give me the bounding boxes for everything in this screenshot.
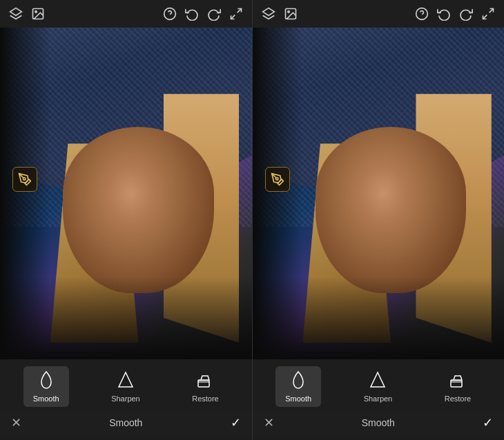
right-tool-buttons: Smooth Sharpen: [253, 366, 505, 407]
right-expand-icon[interactable]: [481, 6, 496, 21]
left-image-area: [0, 28, 252, 359]
right-help-icon[interactable]: [414, 6, 429, 21]
right-toolbar: [253, 0, 505, 28]
right-image-icon[interactable]: [283, 6, 298, 21]
right-bottom-tools: Smooth Sharpen: [253, 359, 505, 440]
right-action-bar: ✕ Smooth ✓: [253, 410, 505, 436]
right-portrait: [253, 28, 505, 359]
left-sharpen-button[interactable]: Sharpen: [101, 366, 150, 407]
smooth-icon: [38, 370, 55, 392]
svg-marker-10: [262, 8, 274, 16]
left-toolbar: [0, 0, 252, 28]
right-brush-indicator: [265, 167, 290, 192]
right-restore-button[interactable]: Restore: [435, 366, 481, 407]
left-portrait: [0, 28, 252, 359]
right-confirm-button[interactable]: ✓: [483, 415, 493, 430]
restore-icon: [195, 370, 215, 392]
right-smooth-label: Smooth: [285, 394, 311, 403]
left-smooth-button[interactable]: Smooth: [23, 366, 69, 407]
layers-icon[interactable]: [8, 6, 23, 21]
right-action-label: Smooth: [274, 417, 483, 428]
left-sharpen-label: Sharpen: [111, 394, 140, 403]
right-toolbar-left: [261, 6, 298, 21]
left-panel: Smooth Sharpen: [0, 0, 253, 440]
left-toolbar-left: [8, 6, 46, 21]
right-redo-icon[interactable]: [458, 6, 474, 21]
right-layers-icon[interactable]: [261, 6, 276, 21]
left-brush-indicator: [12, 167, 37, 192]
right-restore-label: Restore: [445, 394, 472, 403]
svg-point-17: [275, 178, 278, 180]
image-icon[interactable]: [30, 6, 46, 21]
right-sharpen-icon: [369, 370, 386, 392]
right-restore-icon: [448, 370, 467, 392]
left-tool-buttons: Smooth Sharpen: [0, 366, 252, 407]
left-cancel-button[interactable]: ✕: [11, 415, 21, 430]
svg-line-6: [231, 15, 235, 19]
svg-line-15: [490, 9, 494, 13]
left-action-bar: ✕ Smooth ✓: [0, 410, 252, 436]
right-shadow-bottom: [253, 277, 505, 359]
redo-icon[interactable]: [206, 6, 222, 21]
left-bottom-tools: Smooth Sharpen: [0, 359, 252, 440]
left-confirm-button[interactable]: ✓: [231, 415, 241, 430]
right-toolbar-right: [414, 6, 496, 21]
svg-point-7: [23, 178, 26, 180]
right-sharpen-label: Sharpen: [364, 394, 393, 403]
right-smooth-button[interactable]: Smooth: [275, 366, 321, 407]
expand-icon[interactable]: [229, 6, 244, 21]
svg-rect-9: [198, 380, 209, 383]
app-container: Smooth Sharpen: [0, 0, 504, 440]
right-smooth-icon: [290, 370, 307, 392]
left-restore-label: Restore: [192, 394, 219, 403]
right-sharpen-button[interactable]: Sharpen: [354, 366, 403, 407]
left-smooth-label: Smooth: [33, 394, 59, 403]
left-action-label: Smooth: [21, 417, 231, 428]
undo-icon[interactable]: [184, 6, 200, 21]
left-face: [63, 127, 214, 293]
svg-line-5: [237, 9, 241, 13]
svg-rect-19: [451, 380, 462, 383]
svg-point-12: [287, 11, 289, 12]
right-cancel-button[interactable]: ✕: [264, 415, 274, 430]
left-shadow-bottom: [0, 277, 252, 359]
svg-line-16: [483, 15, 487, 19]
sharpen-icon: [117, 370, 134, 392]
left-toolbar-right: [162, 6, 244, 21]
right-image-area: [253, 28, 505, 359]
right-panel: Smooth Sharpen: [253, 0, 505, 440]
svg-point-2: [35, 11, 37, 12]
right-face: [316, 127, 467, 293]
right-undo-icon[interactable]: [436, 6, 452, 21]
left-restore-button[interactable]: Restore: [182, 366, 229, 407]
svg-marker-0: [10, 8, 22, 16]
help-icon[interactable]: [162, 6, 177, 21]
